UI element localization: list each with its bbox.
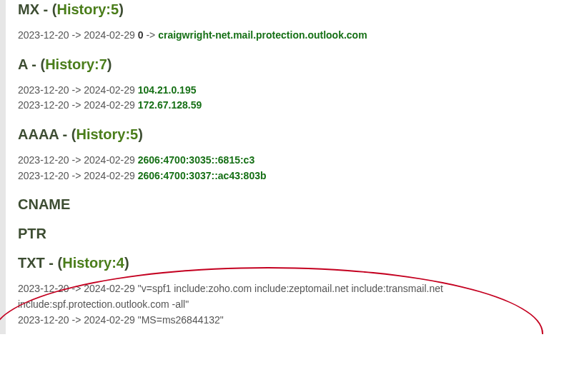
aaaa-entries: 2023-12-20 -> 2024-02-29 2606:4700:3035:… [18,153,564,184]
entry-value[interactable]: 2606:4700:3035::6815:c3 [138,154,254,166]
entry-value[interactable]: 2606:4700:3037::ac43:803b [138,170,267,181]
entry-range: 2023-12-20 -> 2024-02-29 [18,84,135,96]
aaaa-entry: 2023-12-20 -> 2024-02-29 2606:4700:3035:… [18,153,564,169]
a-entries: 2023-12-20 -> 2024-02-29 104.21.0.195 20… [18,83,564,114]
mx-type: MX [18,1,39,17]
entry-range: 2023-12-20 -> 2024-02-29 [18,314,135,326]
entry-range: 2023-12-20 -> 2024-02-29 [18,99,135,111]
ptr-type: PTR [18,226,46,241]
txt-heading: TXT - (History:4) [18,255,564,271]
txt-entry: 2023-12-20 -> 2024-02-29 "MS=ms26844132" [18,313,518,328]
mx-entry: 2023-12-20 -> 2024-02-29 0 -> craigwrigh… [18,28,564,44]
entry-value[interactable]: craigwright-net.mail.protection.outlook.… [158,29,367,41]
aaaa-history-link[interactable]: History:5 [76,126,138,142]
cname-type: CNAME [18,196,70,212]
a-type: A [18,56,28,72]
mx-entries: 2023-12-20 -> 2024-02-29 0 -> craigwrigh… [18,28,564,44]
entry-priority: 0 [138,29,144,41]
entry-value[interactable]: 172.67.128.59 [138,99,202,111]
entry-value: "MS=ms26844132" [138,314,224,326]
entry-sep: -> [146,29,155,41]
txt-history-link[interactable]: History:4 [62,255,124,271]
entry-range: 2023-12-20 -> 2024-02-29 [18,283,135,294]
entry-range: 2023-12-20 -> 2024-02-29 [18,29,135,41]
txt-type: TXT [18,255,45,271]
dns-records-content: MX - (History:5) 2023-12-20 -> 2024-02-2… [0,0,564,328]
a-entry: 2023-12-20 -> 2024-02-29 172.67.128.59 [18,98,564,114]
txt-entries: 2023-12-20 -> 2024-02-29 "v=spf1 include… [18,281,518,328]
a-history-link[interactable]: History:7 [45,56,107,72]
mx-heading: MX - (History:5) [18,1,564,18]
entry-range: 2023-12-20 -> 2024-02-29 [18,170,135,181]
ptr-heading: PTR [18,226,564,242]
aaaa-entry: 2023-12-20 -> 2024-02-29 2606:4700:3037:… [18,169,564,184]
cname-heading: CNAME [18,196,564,213]
a-entry: 2023-12-20 -> 2024-02-29 104.21.0.195 [18,83,564,99]
entry-range: 2023-12-20 -> 2024-02-29 [18,154,135,166]
mx-history-link[interactable]: History:5 [56,1,119,17]
aaaa-type: AAAA [18,126,59,142]
aaaa-heading: AAAA - (History:5) [18,126,564,143]
entry-value[interactable]: 104.21.0.195 [138,84,197,96]
txt-entry: 2023-12-20 -> 2024-02-29 "v=spf1 include… [18,281,518,312]
a-heading: A - (History:7) [18,56,564,73]
